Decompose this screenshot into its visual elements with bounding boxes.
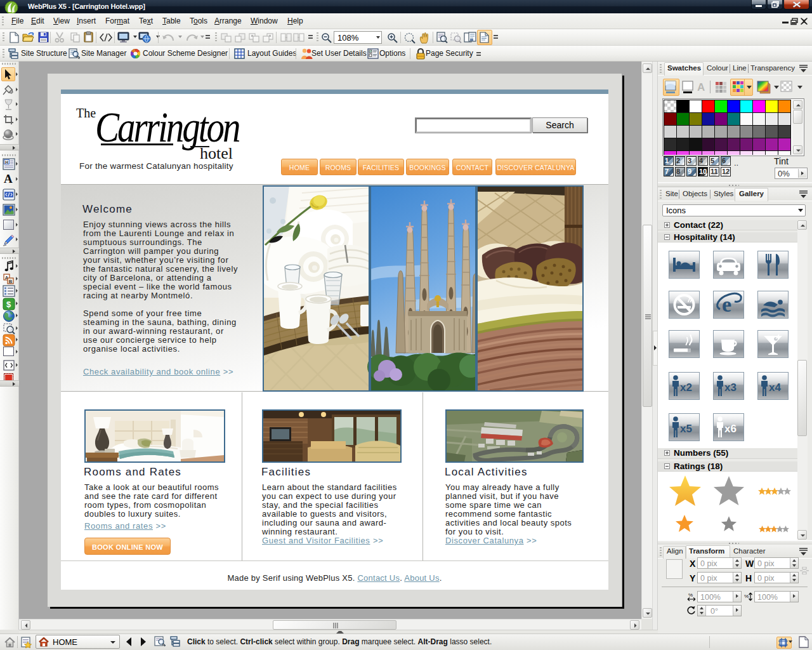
svg-text:x5: x5 [680, 423, 692, 435]
svg-text:$: $ [6, 300, 11, 309]
svg-text:x6: x6 [724, 423, 737, 435]
svg-text:H: H [5, 160, 8, 164]
svg-text:B: B [9, 279, 13, 284]
svg-text:%: % [744, 594, 749, 599]
svg-text:x4: x4 [769, 381, 781, 394]
svg-text:%: % [688, 592, 693, 598]
svg-text:x3: x3 [724, 381, 737, 394]
svg-text:x2: x2 [680, 381, 692, 394]
